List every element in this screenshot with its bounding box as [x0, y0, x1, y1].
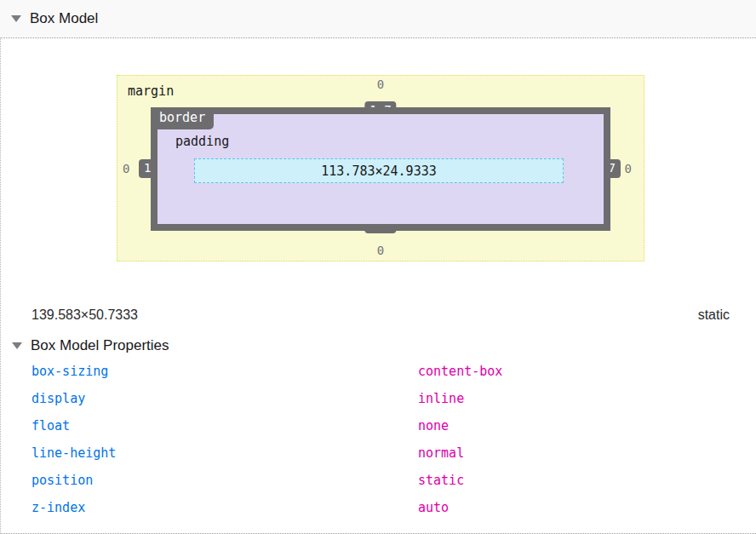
property-row: z-index auto	[1, 494, 756, 521]
margin-region[interactable]: margin 0 11.2 11.2 0 0 0 11.2 11.2 1.7 1…	[117, 75, 644, 261]
property-value[interactable]: auto	[418, 500, 756, 515]
element-dimensions: 139.583×50.7333	[32, 307, 138, 323]
property-row: position static	[1, 467, 756, 494]
margin-left-value[interactable]: 0	[123, 162, 129, 175]
margin-bottom-value[interactable]: 0	[377, 244, 384, 257]
margin-label: margin	[128, 83, 174, 99]
collapse-arrow-icon[interactable]	[11, 15, 21, 22]
border-region[interactable]: border padding 113.783×24.9333	[151, 107, 610, 231]
property-name[interactable]: box-sizing	[32, 364, 418, 379]
property-row: display inline	[1, 385, 756, 412]
properties-title: Box Model Properties	[31, 337, 169, 354]
property-value[interactable]: static	[418, 473, 756, 488]
property-name[interactable]: position	[32, 473, 418, 488]
property-name[interactable]: display	[32, 391, 418, 406]
box-model-header[interactable]: Box Model	[0, 0, 756, 37]
property-row: float none	[1, 412, 756, 439]
property-row: line-height normal	[1, 439, 756, 467]
property-value[interactable]: none	[418, 418, 756, 434]
property-value[interactable]: content-box	[418, 364, 756, 379]
property-value[interactable]: inline	[418, 391, 756, 406]
property-name[interactable]: float	[32, 418, 418, 434]
collapse-arrow-icon[interactable]	[12, 342, 22, 349]
panel-title: Box Model	[30, 10, 98, 27]
property-row: box-sizing content-box	[1, 358, 756, 385]
padding-label: padding	[175, 134, 229, 149]
element-position: static	[698, 307, 730, 323]
property-name[interactable]: line-height	[32, 445, 418, 461]
box-model-diagram: margin 0 11.2 11.2 0 0 0 11.2 11.2 1.7 1…	[1, 38, 756, 261]
border-label-tab: border	[151, 107, 214, 129]
properties-list: box-sizing content-box display inline fl…	[1, 358, 756, 521]
margin-right-value[interactable]: 0	[625, 162, 632, 175]
property-value[interactable]: normal	[418, 445, 756, 461]
content-region[interactable]: 113.783×24.9333	[194, 158, 564, 183]
content-size-value: 113.783×24.9333	[321, 164, 436, 179]
box-model-properties-header[interactable]: Box Model Properties	[1, 337, 756, 354]
margin-top-value[interactable]: 0	[377, 78, 384, 91]
element-summary-row: 139.583×50.7333 static	[1, 307, 756, 323]
box-model-panel: Box Model margin 0 11.2 11.2 0 0 0 11.2 …	[0, 0, 756, 534]
box-model-content: margin 0 11.2 11.2 0 0 0 11.2 11.2 1.7 1…	[0, 37, 756, 534]
property-name[interactable]: z-index	[32, 500, 418, 515]
